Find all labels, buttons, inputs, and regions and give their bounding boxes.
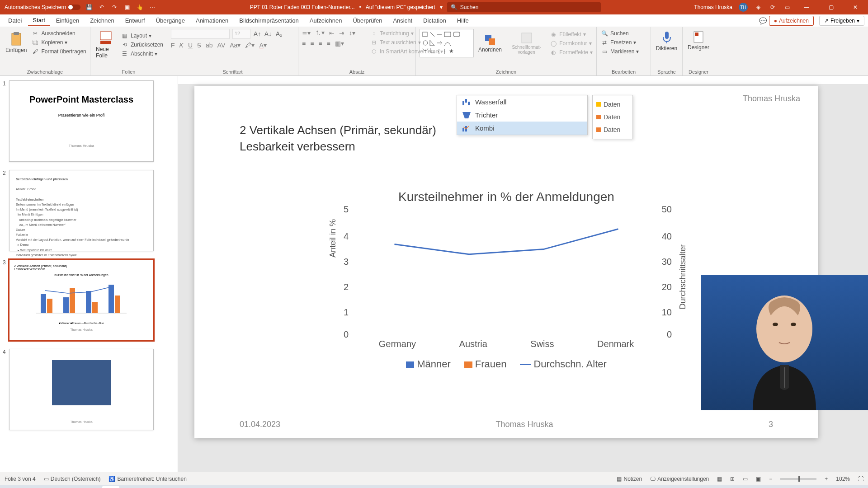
charttype-trichter[interactable]: Trichter	[457, 108, 587, 122]
strike-button[interactable]: S̶	[197, 42, 201, 49]
app5-icon[interactable]: ◩	[261, 486, 278, 488]
app6-icon[interactable]: ◯	[301, 486, 318, 488]
tab-hilfe[interactable]: Hilfe	[453, 15, 473, 26]
section-button[interactable]: ☰Abschnitt ▾	[121, 49, 163, 58]
case-button[interactable]: Aa▾	[230, 42, 241, 49]
tab-ueberpruefen[interactable]: Überprüfen	[348, 15, 387, 26]
touch-icon[interactable]: 👆	[136, 3, 144, 11]
share-button[interactable]: ↗Freigeben▾	[819, 16, 864, 26]
fit-button[interactable]: ⛶	[858, 476, 863, 482]
app-icon[interactable]: 🎨	[122, 486, 139, 488]
tab-einfuegen[interactable]: Einfügen	[52, 15, 84, 26]
reset-button[interactable]: ⟲Zurücksetzen	[121, 40, 163, 49]
format-painter-button[interactable]: 🖌Format übertragen	[31, 47, 86, 56]
thumbnail-1[interactable]: 1 PowerPoint Masterclass Präsentieren wi…	[9, 80, 158, 162]
save-icon[interactable]: 💾	[85, 3, 93, 11]
cut-button[interactable]: ✂Ausschneiden	[31, 29, 86, 38]
maximize-button[interactable]: ▢	[822, 0, 840, 14]
font-size-select[interactable]: 12	[232, 29, 250, 39]
minimize-button[interactable]: —	[797, 0, 816, 14]
tab-start[interactable]: Start	[28, 15, 49, 26]
slideshow-view-button[interactable]: ▣	[756, 476, 761, 482]
arrange-button[interactable]: Anordnen	[476, 32, 504, 55]
accessibility-status[interactable]: ♿Barrierefreiheit: Untersuchen	[108, 476, 186, 482]
window-mode-icon[interactable]: ▭	[783, 3, 791, 11]
app7-icon[interactable]: 🔵	[321, 486, 338, 488]
user-avatar[interactable]: TH	[739, 3, 748, 12]
onenote-icon[interactable]: N	[202, 486, 219, 488]
numbering-button[interactable]: ⒈▾	[315, 29, 325, 37]
app4-icon[interactable]: ◧	[241, 486, 259, 488]
layout-button[interactable]: ▦Layout ▾	[121, 31, 163, 40]
zoom-in-button[interactable]: +	[825, 476, 828, 482]
linespacing-button[interactable]: ↕▾	[349, 29, 355, 37]
slide-editor[interactable]: Thomas Hruska 2 Vertikale Achsen (Primär…	[167, 76, 868, 472]
align-left-button[interactable]: ≡	[302, 40, 306, 47]
italic-button[interactable]: K	[179, 42, 184, 49]
indent-inc-button[interactable]: ⇥	[339, 29, 344, 37]
slide-thumbnails[interactable]: 1 PowerPoint Masterclass Präsentieren wi…	[0, 76, 167, 472]
sync-icon[interactable]: ⟳	[769, 3, 777, 11]
close-button[interactable]: ✕	[846, 0, 864, 14]
shape-outline-button[interactable]: ◯Formkontur ▾	[549, 39, 593, 48]
zoom-out-button[interactable]: −	[769, 476, 772, 482]
outlook-icon[interactable]: O	[82, 486, 99, 488]
powerpoint-icon[interactable]: P	[102, 486, 119, 488]
font-family-select[interactable]	[171, 29, 230, 39]
thumbnail-4[interactable]: 4 Thomas Hruska	[9, 349, 158, 430]
explorer-icon[interactable]: 📁	[23, 486, 40, 488]
vlc-icon[interactable]: ▲	[142, 486, 159, 488]
shadow-button[interactable]: ab	[206, 42, 213, 49]
tab-dictation[interactable]: Dictation	[419, 15, 451, 26]
indent-dec-button[interactable]: ⇤	[329, 29, 335, 37]
dictate-button[interactable]: Diktieren	[655, 29, 679, 53]
more-icon[interactable]: ⋯	[148, 3, 156, 11]
notes-button[interactable]: ▤Notizen	[617, 476, 642, 482]
paste-button[interactable]: Einfügen	[4, 30, 28, 55]
new-slide-button[interactable]: Neue Folie	[94, 29, 118, 61]
chrome-icon[interactable]	[62, 486, 80, 488]
replace-button[interactable]: ⇄Ersetzen ▾	[600, 38, 647, 47]
display-settings-button[interactable]: 🖵Anzeigeeinstellungen	[650, 476, 709, 482]
obs-icon[interactable]: ⬤	[281, 486, 298, 488]
tab-entwurf[interactable]: Entwurf	[121, 15, 150, 26]
align-right-button[interactable]: ≡	[318, 40, 322, 47]
shape-fill-button[interactable]: ◉Fülleffekt ▾	[549, 30, 593, 39]
bold-button[interactable]: F	[171, 42, 175, 49]
language-status[interactable]: ▭Deutsch (Österreich)	[44, 476, 101, 482]
shape-effects-button[interactable]: ◐Formeffekte ▾	[549, 48, 593, 57]
font-color-button[interactable]: A▾	[259, 42, 266, 49]
undo-icon[interactable]: ↶	[98, 3, 106, 11]
justify-button[interactable]: ≡	[327, 40, 330, 47]
clear-format-icon[interactable]: Aᵪ	[275, 30, 283, 38]
app8-icon[interactable]: 📋	[381, 486, 398, 488]
highlight-button[interactable]: 🖍▾	[245, 42, 255, 49]
text-align-button[interactable]: ⊟Text ausrichten ▾	[370, 38, 443, 47]
charttype-wasserfall[interactable]: Wasserfall	[457, 95, 587, 108]
app3-icon[interactable]: 🔴	[182, 486, 199, 488]
thumbnail-3[interactable]: 3 2 Vertikale Achsen (Primär, sekundär)L…	[9, 259, 158, 341]
text-direction-button[interactable]: ↕Textrichtung ▾	[370, 29, 443, 38]
find-button[interactable]: 🔍Suchen	[600, 29, 647, 38]
tab-uebergaenge[interactable]: Übergänge	[151, 15, 189, 26]
sorter-view-button[interactable]: ⊞	[730, 476, 735, 482]
charttype-kombi[interactable]: Kombi	[457, 122, 587, 135]
select-button[interactable]: ▭Markieren ▾	[600, 47, 647, 56]
smartart-button[interactable]: ⬡In SmartArt konvertieren ▾	[370, 47, 443, 56]
reading-view-button[interactable]: ▭	[743, 476, 748, 482]
start-button[interactable]	[3, 486, 20, 488]
autosave-toggle[interactable]: Automatisches Speichern	[5, 4, 80, 10]
normal-view-button[interactable]: ▦	[717, 476, 722, 482]
increase-font-icon[interactable]: A↑	[253, 30, 261, 38]
redo-icon[interactable]: ↷	[110, 3, 118, 11]
tab-zeichnen[interactable]: Zeichnen	[85, 15, 118, 26]
zoom-slider[interactable]	[780, 478, 816, 480]
app2-icon[interactable]: ▦	[162, 486, 179, 488]
tab-praesentation[interactable]: Bildschirmpräsentation	[235, 15, 303, 26]
designer-button[interactable]: Designer	[686, 29, 711, 52]
bullets-button[interactable]: ≣▾	[302, 29, 311, 37]
tab-animationen[interactable]: Animationen	[191, 15, 233, 26]
copy-button[interactable]: ⿻Kopieren ▾	[31, 38, 86, 47]
thumbnail-2[interactable]: 2 Seitenzahl einfügen und platzieren Abs…	[9, 170, 158, 251]
align-center-button[interactable]: ≡	[310, 40, 314, 47]
